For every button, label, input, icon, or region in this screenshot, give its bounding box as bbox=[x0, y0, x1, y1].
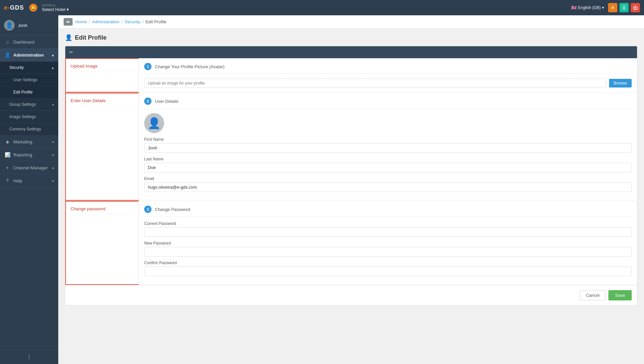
chevron-right-icon: ◂ bbox=[52, 103, 54, 106]
current-password-input[interactable] bbox=[144, 227, 632, 237]
nav-icon-teal[interactable]: ☰ bbox=[619, 3, 629, 12]
nav-icons: ✕ ☰ ⏻ bbox=[608, 3, 640, 12]
sidebar-user: 👤 Jonh bbox=[0, 15, 58, 36]
change-password-label-col: Change password bbox=[65, 201, 139, 285]
new-password-group: New Password bbox=[144, 241, 632, 257]
user-details-label-col: Enter User Details bbox=[65, 93, 139, 201]
flag-icon: 🇬🇧 bbox=[571, 5, 577, 10]
upload-image-input[interactable] bbox=[144, 79, 606, 88]
current-password-label: Current Password bbox=[144, 221, 632, 226]
upload-step-header: 1 Change Your Profile Picture (Avatar) bbox=[144, 63, 632, 74]
confirm-password-input[interactable] bbox=[144, 267, 632, 276]
sidebar-item-label: Channel Manager bbox=[13, 165, 48, 170]
user-details-content: 2 User Details 👤 First Name Last Name bbox=[139, 93, 637, 201]
sidebar-item-label: Marketing bbox=[13, 139, 32, 144]
confirm-password-group: Confirm Password bbox=[144, 261, 632, 276]
upload-image-label-col: Upload Image bbox=[65, 58, 139, 92]
help-icon: ? bbox=[5, 178, 10, 183]
collapse-icon: ⟨ bbox=[28, 353, 30, 361]
sidebar-item-edit-profile[interactable]: Edit Profile bbox=[0, 86, 58, 98]
sidebar-security-sub: User Settings Edit Profile bbox=[0, 74, 58, 98]
breadcrumb: Home / Administration / Security / Edit … bbox=[75, 19, 166, 24]
main-layout: 👤 Jonh ⌂ Dashboard 👤 Administration ▴ Se… bbox=[0, 15, 644, 364]
breadcrumb-sep1: / bbox=[89, 19, 90, 24]
chevron-left-icon: ◂ bbox=[52, 140, 54, 144]
sidebar-item-image-settings[interactable]: Image Settings bbox=[0, 111, 58, 123]
sidebar-item-help[interactable]: ? Help ◂ bbox=[0, 174, 58, 187]
sidebar-item-label: Currency Settings bbox=[9, 127, 41, 131]
person-icon: 👤 bbox=[65, 34, 72, 41]
sidebar-item-currency-settings[interactable]: Currency Settings bbox=[0, 123, 58, 135]
sidebar-collapse-button[interactable]: ⟨ bbox=[0, 350, 58, 364]
change-password-step-header: 3 Change Password bbox=[144, 206, 632, 217]
cancel-button[interactable]: Cancel bbox=[580, 290, 606, 300]
step-badge-3: 3 bbox=[144, 206, 152, 213]
card-toolbar: ✏ bbox=[65, 46, 637, 58]
sidebar-item-label: Help bbox=[13, 178, 22, 183]
sidebar-item-label: Dashboard bbox=[13, 40, 35, 45]
hotel-selector[interactable]: HOTELS: Select Hotel ▾ bbox=[42, 4, 69, 12]
step-title-2: User Details bbox=[155, 99, 178, 104]
avatar: 👤 bbox=[4, 20, 15, 31]
first-name-group: First Name bbox=[144, 137, 632, 153]
nav-icon-orange[interactable]: ✕ bbox=[608, 3, 617, 12]
page-content: 👤 Edit Profile ✏ Upload Image 1 Change Y… bbox=[58, 29, 644, 364]
new-password-input[interactable] bbox=[144, 247, 632, 257]
last-name-input[interactable] bbox=[144, 163, 632, 172]
sidebar-item-label: Security bbox=[9, 65, 24, 70]
channel-icon: + bbox=[5, 165, 10, 170]
notification-bell[interactable]: 🔔 bbox=[29, 4, 37, 12]
sidebar-item-channel-manager[interactable]: + Channel Manager ◂ bbox=[0, 161, 58, 174]
user-details-section: Enter User Details 2 User Details 👤 Firs… bbox=[65, 93, 637, 201]
sidebar-item-dashboard[interactable]: ⌂ Dashboard bbox=[0, 36, 58, 49]
breadcrumb-security[interactable]: Security bbox=[125, 19, 140, 24]
back-button[interactable]: ⬅ bbox=[64, 18, 73, 26]
main-card: ✏ Upload Image 1 Change Your Profile Pic… bbox=[65, 46, 637, 305]
hotels-label: HOTELS: bbox=[42, 4, 69, 7]
sidebar-item-security[interactable]: Security ▴ bbox=[0, 62, 58, 74]
save-button[interactable]: Save bbox=[608, 290, 632, 300]
content-topbar: ⬅ Home / Administration / Security / Edi… bbox=[58, 15, 644, 29]
user-avatar-placeholder: 👤 bbox=[144, 113, 164, 133]
page-title: 👤 Edit Profile bbox=[65, 34, 637, 41]
breadcrumb-home[interactable]: Home bbox=[75, 19, 87, 24]
chevron-left-icon3: ◂ bbox=[52, 166, 54, 170]
sidebar-item-label: Reporting bbox=[13, 152, 32, 157]
sidebar-item-label: Image Settings bbox=[9, 114, 36, 119]
user-details-step-header: 2 User Details bbox=[144, 97, 632, 108]
sidebar-item-administration[interactable]: 👤 Administration ▴ bbox=[0, 49, 58, 62]
change-password-content: 3 Change Password Current Password New P… bbox=[139, 201, 637, 285]
breadcrumb-administration[interactable]: Administration bbox=[92, 19, 119, 24]
hotel-name[interactable]: Select Hotel ▾ bbox=[42, 7, 69, 12]
sidebar-item-group-settings[interactable]: Group Settings ◂ bbox=[0, 98, 58, 111]
language-selector[interactable]: 🇬🇧 English (GB) ▾ bbox=[571, 5, 604, 10]
change-password-label: Change password bbox=[71, 206, 134, 214]
last-name-label: Last Name bbox=[144, 157, 632, 161]
step-title-1: Change Your Profile Picture (Avatar) bbox=[155, 64, 224, 69]
first-name-label: First Name bbox=[144, 137, 632, 142]
email-input[interactable] bbox=[144, 182, 632, 192]
step-badge-1: 1 bbox=[144, 63, 152, 70]
step-title-3: Change Password bbox=[155, 207, 190, 212]
sidebar: 👤 Jonh ⌂ Dashboard 👤 Administration ▴ Se… bbox=[0, 15, 58, 364]
first-name-input[interactable] bbox=[144, 143, 632, 153]
top-navbar: e-GDS 🔔 HOTELS: Select Hotel ▾ 🇬🇧 Englis… bbox=[0, 0, 644, 15]
chevron-left-icon4: ◂ bbox=[52, 179, 54, 183]
sidebar-item-label: Edit Profile bbox=[13, 90, 33, 94]
sidebar-item-reporting[interactable]: 📊 Reporting ◂ bbox=[0, 148, 58, 161]
upload-row: Browse bbox=[144, 79, 632, 88]
sidebar-item-user-settings[interactable]: User Settings bbox=[0, 74, 58, 86]
breadcrumb-sep2: / bbox=[122, 19, 123, 24]
browse-button[interactable]: Browse bbox=[609, 79, 632, 88]
reporting-icon: 📊 bbox=[5, 152, 10, 157]
sidebar-username: Jonh bbox=[18, 23, 27, 28]
nav-icon-red[interactable]: ⏻ bbox=[631, 3, 640, 12]
upload-image-content: 1 Change Your Profile Picture (Avatar) B… bbox=[139, 58, 637, 92]
sidebar-security-group: Security ▴ User Settings Edit Profile Gr… bbox=[0, 62, 58, 135]
sidebar-item-marketing[interactable]: ◈ Marketing ◂ bbox=[0, 135, 58, 148]
toolbar-edit-icon[interactable]: ✏ bbox=[69, 50, 73, 55]
new-password-label: New Password bbox=[144, 241, 632, 246]
chevron-up-icon: ▴ bbox=[52, 66, 54, 70]
breadcrumb-sep3: / bbox=[142, 19, 144, 24]
upload-image-section: Upload Image 1 Change Your Profile Pictu… bbox=[65, 58, 637, 93]
